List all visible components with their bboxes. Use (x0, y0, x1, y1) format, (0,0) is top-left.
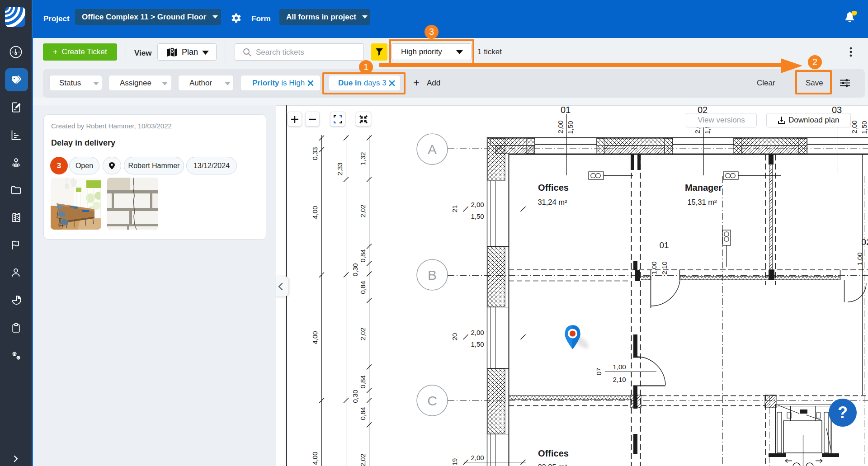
svg-text:1,50: 1,50 (471, 340, 484, 348)
svg-text:1,50: 1,50 (860, 121, 868, 134)
svg-text:2,00: 2,00 (471, 454, 484, 461)
svg-text:15,31 m²: 15,31 m² (687, 198, 717, 206)
svg-text:01: 01 (659, 240, 669, 250)
svg-text:0,84: 0,84 (359, 407, 367, 420)
svg-text:Manager: Manager (685, 183, 722, 193)
svg-text:0,84: 0,84 (359, 281, 367, 294)
svg-text:0,30: 0,30 (351, 263, 359, 276)
svg-text:21: 21 (451, 205, 458, 213)
svg-text:20: 20 (451, 333, 458, 341)
svg-text:2,00: 2,00 (471, 201, 484, 208)
svg-text:23,95 m²: 23,95 m² (538, 463, 567, 466)
svg-text:B: B (428, 268, 437, 282)
svg-text:C: C (427, 393, 437, 408)
svg-text:2,00: 2,00 (557, 120, 564, 133)
svg-text:4,00: 4,00 (311, 452, 319, 465)
svg-text:1,32: 1,32 (359, 152, 367, 165)
svg-text:A: A (428, 142, 437, 157)
svg-text:19: 19 (451, 458, 458, 466)
svg-text:1,50: 1,50 (471, 212, 484, 220)
svg-text:2,10: 2,10 (660, 261, 668, 274)
svg-text:1,50: 1,50 (566, 121, 574, 134)
svg-text:2,02: 2,02 (359, 204, 367, 217)
svg-text:31,24 m²: 31,24 m² (538, 198, 567, 206)
svg-text:2,00: 2,00 (471, 329, 484, 336)
svg-text:2,02: 2,02 (359, 327, 367, 340)
svg-text:2,33: 2,33 (336, 162, 344, 175)
svg-text:Offices: Offices (538, 448, 569, 458)
svg-text:2,02: 2,02 (359, 453, 367, 466)
svg-text:4,00: 4,00 (311, 331, 319, 344)
svg-text:1,00: 1,00 (613, 363, 626, 371)
svg-text:01: 01 (561, 105, 571, 115)
svg-text:07: 07 (595, 368, 603, 376)
svg-text:4,00: 4,00 (311, 206, 319, 219)
svg-text:0,84: 0,84 (359, 375, 367, 388)
svg-text:0,30: 0,30 (351, 390, 359, 403)
svg-text:2,00: 2,00 (850, 120, 858, 133)
svg-text:Offices: Offices (538, 183, 569, 193)
svg-text:0,84: 0,84 (359, 249, 367, 262)
svg-text:0,33: 0,33 (311, 147, 319, 160)
svg-text:2,10: 2,10 (613, 376, 626, 383)
svg-text:1,00: 1,00 (650, 261, 658, 274)
